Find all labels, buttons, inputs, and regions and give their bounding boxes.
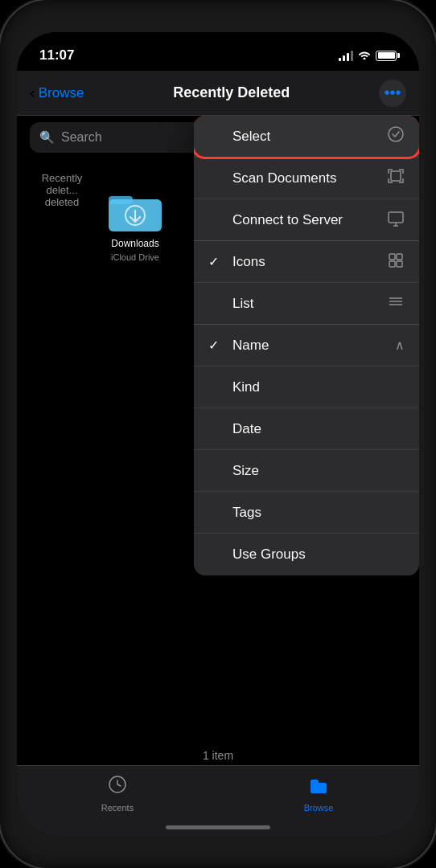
- svg-rect-8: [397, 254, 402, 260]
- date-label: Date: [232, 421, 261, 437]
- kind-left: Kind: [208, 379, 260, 395]
- name-label: Name: [232, 338, 269, 354]
- menu-item-select[interactable]: Select: [194, 116, 419, 158]
- size-left: Size: [208, 463, 259, 479]
- nav-title: Recently Deleted: [84, 84, 379, 101]
- use-groups-left: Use Groups: [208, 547, 306, 563]
- svg-point-4: [389, 127, 403, 141]
- list-lines-icon: [387, 293, 405, 314]
- nav-back-label: Browse: [39, 85, 84, 101]
- menu-item-tags[interactable]: Tags: [194, 492, 419, 534]
- kind-label: Kind: [232, 379, 260, 395]
- scan-documents-label: Scan Documents: [232, 170, 336, 186]
- svg-rect-10: [397, 261, 402, 267]
- battery-icon: [376, 51, 397, 61]
- list-label: List: [232, 296, 253, 312]
- more-dots-icon: •••: [384, 84, 401, 102]
- select-label: Select: [232, 129, 270, 145]
- connect-server-label: Connect to Server: [232, 212, 343, 228]
- select-left: Select: [208, 129, 270, 145]
- menu-item-scan-documents[interactable]: Scan Documents: [194, 158, 419, 199]
- menu-item-connect-server[interactable]: Connect to Server: [194, 199, 419, 241]
- connect-left: Connect to Server: [208, 212, 343, 228]
- svg-rect-7: [389, 254, 395, 260]
- monitor-icon: [387, 210, 405, 231]
- svg-rect-6: [389, 212, 403, 223]
- date-left: Date: [208, 421, 261, 437]
- menu-item-name[interactable]: ✓ Name ∧: [194, 325, 419, 366]
- phone-screen: 11:07: [17, 32, 419, 836]
- nav-back-button[interactable]: ‹ Browse: [30, 84, 84, 102]
- menu-item-icons[interactable]: ✓ Icons: [194, 241, 419, 283]
- back-chevron-icon: ‹: [30, 84, 35, 102]
- dropdown-menu: Select: [194, 116, 419, 575]
- svg-rect-5: [391, 171, 401, 181]
- phone-frame: 11:07: [0, 0, 436, 868]
- menu-item-date[interactable]: Date: [194, 408, 419, 450]
- select-checkmark-icon: [387, 125, 405, 147]
- name-checkmark: ✓: [208, 338, 224, 353]
- scan-left: Scan Documents: [208, 170, 336, 186]
- scan-documents-icon: [387, 167, 405, 189]
- svg-rect-9: [389, 261, 395, 267]
- list-left: List: [208, 296, 253, 312]
- menu-item-kind[interactable]: Kind: [194, 366, 419, 408]
- tags-left: Tags: [208, 505, 261, 521]
- icons-label: Icons: [232, 254, 265, 270]
- wifi-icon: [358, 49, 371, 62]
- chevron-up-icon: ∧: [395, 338, 405, 353]
- menu-item-list[interactable]: List: [194, 283, 419, 325]
- tags-label: Tags: [232, 505, 261, 521]
- status-icons: [339, 49, 397, 62]
- icons-left: ✓ Icons: [208, 254, 265, 270]
- notch: [154, 32, 282, 55]
- icons-checkmark: ✓: [208, 254, 224, 269]
- nav-bar: ‹ Browse Recently Deleted •••: [17, 71, 419, 116]
- menu-item-size[interactable]: Size: [194, 450, 419, 492]
- grid-icon: [387, 252, 405, 272]
- more-options-button[interactable]: •••: [379, 80, 406, 107]
- name-left: ✓ Name: [208, 338, 269, 354]
- size-label: Size: [232, 463, 259, 479]
- menu-item-use-groups[interactable]: Use Groups: [194, 534, 419, 575]
- status-time: 11:07: [39, 47, 74, 63]
- dropdown-overlay: Select: [17, 116, 419, 836]
- use-groups-label: Use Groups: [232, 547, 306, 563]
- content-area: 🔍 Search Recently delet...deleted: [17, 116, 419, 836]
- signal-icon: [339, 50, 353, 61]
